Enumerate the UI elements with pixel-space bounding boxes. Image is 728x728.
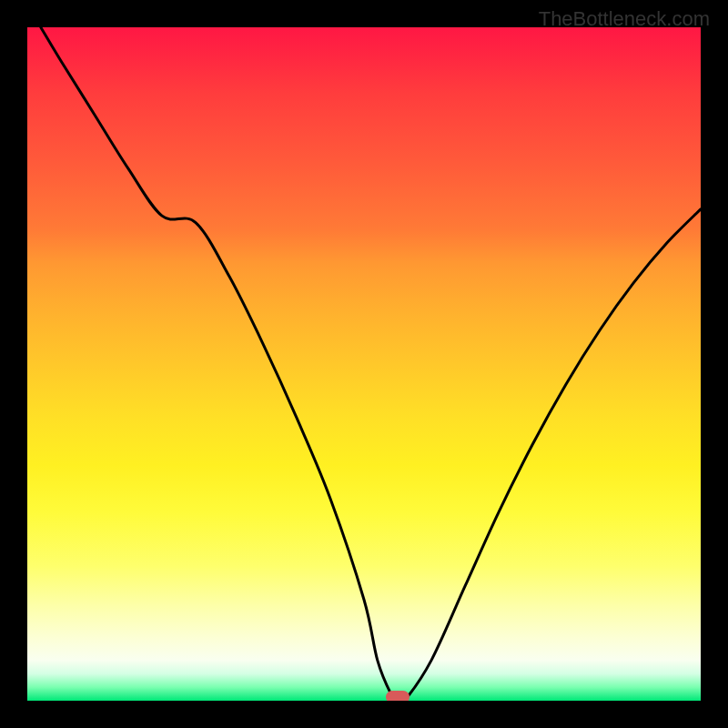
attribution-text: TheBottleneck.com	[539, 7, 710, 31]
optimal-point-marker	[386, 691, 410, 701]
chart-plot-area	[27, 27, 701, 701]
bottleneck-curve	[27, 27, 701, 701]
